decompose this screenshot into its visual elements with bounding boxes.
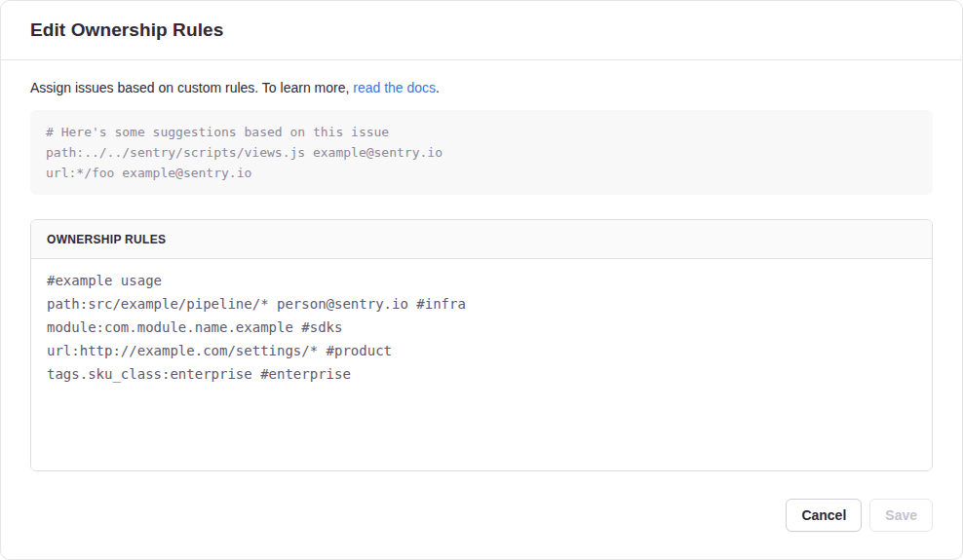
description-text: Assign issues based on custom rules. To … — [30, 80, 349, 95]
edit-ownership-rules-modal: Edit Ownership Rules Assign issues based… — [0, 0, 963, 560]
ownership-rules-textarea[interactable]: #example usage path:src/example/pipeline… — [31, 259, 932, 470]
ownership-rules-panel: OWNERSHIP RULES #example usage path:src/… — [30, 219, 933, 471]
read-the-docs-link[interactable]: read the docs — [353, 80, 436, 95]
ownership-rules-panel-header: OWNERSHIP RULES — [31, 220, 932, 259]
ownership-rules-label: OWNERSHIP RULES — [47, 233, 166, 246]
save-button[interactable]: Save — [869, 499, 933, 532]
description: Assign issues based on custom rules. To … — [30, 78, 933, 97]
description-suffix: . — [436, 80, 440, 95]
modal-header: Edit Ownership Rules — [1, 1, 962, 60]
modal-title: Edit Ownership Rules — [30, 19, 223, 41]
modal-body: Assign issues based on custom rules. To … — [1, 60, 962, 499]
cancel-button[interactable]: Cancel — [786, 499, 862, 532]
modal-footer: Cancel Save — [1, 499, 962, 559]
suggestions-code-block: # Here's some suggestions based on this … — [30, 110, 933, 195]
